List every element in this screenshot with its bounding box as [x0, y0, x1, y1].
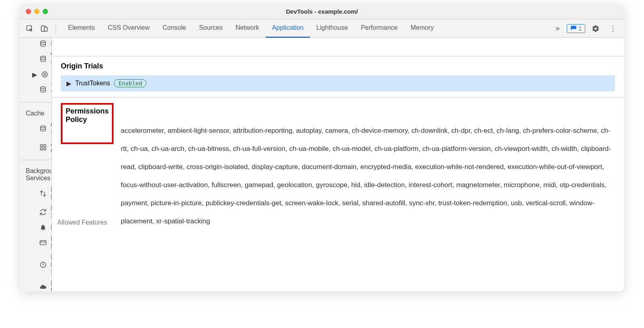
divider: [20, 102, 52, 103]
svg-rect-15: [44, 148, 46, 150]
allowed-features-list: accelerometer, ambient-light-sensor, att…: [121, 103, 615, 230]
tab-sources[interactable]: Sources: [192, 19, 229, 38]
origin-trials-title: Origin Trials: [61, 62, 615, 70]
bell-icon: [39, 223, 47, 231]
updown-icon: [39, 190, 47, 198]
origin-trials-section: Origin Trials ▶ TrustTokens Enabled: [52, 56, 624, 97]
db-icon: [39, 125, 47, 133]
svg-rect-14: [40, 148, 42, 150]
tab-css-overview[interactable]: CSS Overview: [101, 19, 156, 38]
content-header-spacer: [52, 38, 624, 56]
origin-trial-name: TrustTokens: [75, 80, 110, 87]
sidebar-item-notifications[interactable]: Notifications: [20, 221, 52, 233]
permissions-highlight-box: Permissions Policy Allowed Features: [61, 103, 114, 230]
toolbar-divider: [56, 24, 56, 33]
panel-tabs: ElementsCSS OverviewConsoleSourcesNetwor…: [62, 19, 548, 38]
sidebar-item-application-cache[interactable]: Application Cache: [20, 138, 52, 157]
more-options-icon[interactable]: ⋮: [606, 24, 620, 33]
svg-point-8: [44, 75, 45, 76]
application-sidebar: IndexedDBWeb SQL▶CookiesTrust Tokens Cac…: [20, 38, 52, 291]
origin-trial-row[interactable]: ▶ TrustTokens Enabled: [61, 75, 615, 91]
traffic-lights: [20, 9, 48, 14]
more-tabs-button[interactable]: »: [551, 24, 564, 33]
cloud-icon: [39, 283, 47, 291]
background-services-section-title: Background Services: [20, 163, 52, 184]
tab-network[interactable]: Network: [229, 19, 266, 38]
svg-rect-13: [44, 144, 46, 146]
disclosure-triangle-icon[interactable]: ▶: [66, 80, 71, 87]
sidebar-item-background-fetch[interactable]: Background Fetch: [20, 184, 52, 203]
tab-application[interactable]: Application: [266, 19, 310, 38]
window-title: DevTools - example.com/: [20, 8, 624, 15]
panel-body: IndexedDBWeb SQL▶CookiesTrust Tokens Cac…: [20, 38, 624, 291]
sidebar-item-cookies[interactable]: ▶Cookies: [20, 68, 52, 80]
svg-point-3: [41, 41, 45, 43]
svg-point-10: [41, 87, 45, 89]
grid-icon: [39, 143, 47, 151]
tab-memory[interactable]: Memory: [404, 19, 440, 38]
db-icon: [39, 86, 47, 94]
device-toggle-icon[interactable]: [39, 23, 50, 34]
sync-icon: [39, 208, 47, 216]
permissions-subtitle: Allowed Features: [56, 219, 109, 226]
svg-point-7: [45, 73, 46, 74]
divider: [20, 160, 52, 160]
status-badge: Enabled: [114, 79, 147, 87]
issues-count: 1: [578, 25, 582, 32]
svg-point-11: [41, 126, 45, 128]
sidebar-item-web-sql[interactable]: Web SQL: [20, 50, 52, 68]
card-icon: [39, 239, 47, 247]
db-icon: [39, 40, 47, 48]
sidebar-item-payment-handler[interactable]: Payment Handler: [20, 233, 52, 252]
clock-icon: [39, 261, 47, 269]
svg-point-4: [41, 56, 45, 58]
inspect-element-icon[interactable]: [24, 23, 35, 34]
titlebar: DevTools - example.com/: [20, 4, 624, 19]
sidebar-item-periodic-background-sync[interactable]: Periodic Background Sync: [20, 252, 52, 278]
disclosure-triangle-icon[interactable]: ▶: [32, 71, 37, 78]
main-content: Origin Trials ▶ TrustTokens Enabled Perm…: [52, 38, 624, 291]
zoom-window-button[interactable]: [43, 9, 48, 14]
settings-gear-icon[interactable]: [588, 25, 603, 33]
tab-elements[interactable]: Elements: [62, 19, 101, 38]
svg-rect-2: [44, 27, 47, 31]
close-window-button[interactable]: [26, 9, 31, 14]
svg-rect-12: [40, 144, 42, 146]
db-icon: [39, 55, 47, 63]
permissions-policy-section: Permissions Policy Allowed Features acce…: [52, 97, 624, 242]
cache-section-title: Cache: [20, 106, 52, 120]
sidebar-item-trust-tokens[interactable]: Trust Tokens: [20, 80, 52, 99]
tab-console[interactable]: Console: [156, 19, 193, 38]
sidebar-item-push-messaging[interactable]: Push Messaging: [20, 278, 52, 291]
main-toolbar: ElementsCSS OverviewConsoleSourcesNetwor…: [20, 19, 624, 38]
sidebar-item-indexeddb[interactable]: IndexedDB: [20, 38, 52, 50]
cookie-icon: [41, 70, 48, 78]
devtools-window: DevTools - example.com/ ElementsCSS Over…: [20, 4, 624, 291]
svg-point-5: [42, 72, 47, 77]
permissions-title: Permissions Policy: [66, 107, 109, 124]
tab-performance[interactable]: Performance: [354, 19, 404, 38]
svg-point-9: [45, 75, 46, 76]
sidebar-item-cache-storage[interactable]: Cache Storage: [20, 120, 52, 138]
svg-point-6: [43, 74, 44, 74]
svg-rect-16: [40, 241, 46, 245]
sidebar-item-background-sync[interactable]: Background Sync: [20, 203, 52, 221]
issues-badge[interactable]: 1: [567, 24, 585, 33]
tab-lighthouse[interactable]: Lighthouse: [310, 19, 354, 38]
minimize-window-button[interactable]: [34, 9, 39, 14]
